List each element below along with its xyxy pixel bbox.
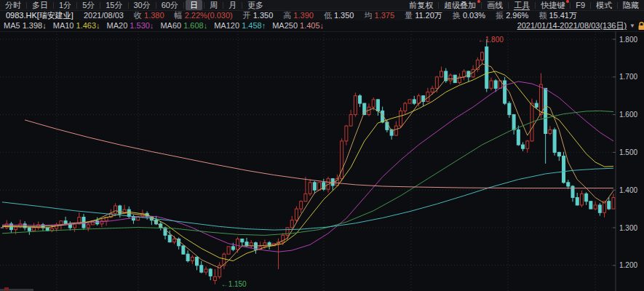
y-axis-label: 1.800 — [619, 36, 637, 44]
timeframe-toolbar: 分时多日1分5分15分30分60分日周月更多 — [0, 0, 269, 10]
candlestick-chart[interactable]: 1.8001.7001.6001.5001.4001.3001.200←1.80… — [0, 31, 644, 291]
menu-item-5[interactable]: 快捷键 — [536, 0, 570, 10]
timeframe-tab-11[interactable]: 更多 — [242, 0, 269, 10]
candlestick-chart-svg[interactable]: 1.8001.7001.6001.5001.4001.3001.200←1.80… — [0, 31, 644, 291]
timeframe-tab-2[interactable]: 多日 — [27, 0, 53, 10]
y-axis-label: 1.700 — [619, 73, 637, 81]
quote-field: 高 1.390 — [283, 11, 314, 20]
timeframe-tab-6[interactable]: 30分 — [129, 0, 156, 10]
ma-line-ma10 — [2, 71, 613, 261]
ma-legend-ma60: MA60 1.608↓ — [160, 20, 207, 31]
bottom-left-marker — [4, 287, 9, 290]
menu-item-1[interactable]: 前复权 — [404, 0, 438, 10]
quote-field: 低 1.350 — [324, 11, 354, 20]
y-axis-label: 1.400 — [619, 186, 637, 194]
menu-item-7[interactable]: 模式 — [591, 0, 617, 10]
date-range-selector[interactable]: 2021/01/14-2021/08/03(136日) ▼ — [517, 20, 644, 31]
quote-field: 量 11.20万 — [405, 11, 442, 20]
menu-item-2[interactable]: 超级叠加 — [439, 0, 481, 10]
stock-chart-app: 分时多日1分5分15分30分60分日周月更多 前复权超级叠加画线工具快捷键F9模… — [0, 0, 644, 291]
quote-field: 振 2.96% — [496, 11, 528, 20]
ma-legend-ma250: MA250 1.405↓ — [272, 20, 324, 31]
lock-icon — [637, 22, 644, 31]
y-axis-label: 1.300 — [619, 224, 637, 232]
ma-line-ma20 — [2, 81, 613, 252]
price-annotation: ←1.150 — [221, 280, 247, 288]
separator — [183, 2, 184, 9]
ma-line-ma5 — [2, 64, 613, 268]
menu-item-4[interactable]: 工具 — [509, 0, 535, 10]
quote-field: 额 15.41万 — [538, 11, 577, 20]
menu-item-8[interactable]: 隐藏 — [618, 0, 644, 10]
menu-item-6[interactable]: F9 — [571, 0, 590, 10]
ma-legend-ma20: MA20 1.530↓ — [107, 20, 154, 31]
ma-bar: MA5 1.398↓MA10 1.463↓MA20 1.530↓MA60 1.6… — [0, 20, 644, 32]
quote-field: 收 1.380 — [134, 11, 164, 20]
quote-field: 换 0.03% — [453, 11, 485, 20]
timeframe-tab-3[interactable]: 1分 — [54, 0, 76, 10]
ma-legend: MA5 1.398↓MA10 1.463↓MA20 1.530↓MA60 1.6… — [4, 20, 330, 31]
timeframe-tab-9[interactable]: 周 — [204, 0, 223, 10]
timeframe-tab-5[interactable]: 15分 — [100, 0, 127, 10]
quote-field: 均 1.375 — [364, 11, 394, 20]
notification-dot — [566, 0, 569, 3]
y-axis-label: 1.600 — [619, 111, 637, 119]
ma-legend-ma10: MA10 1.463↓ — [53, 20, 100, 31]
notification-dot — [477, 0, 480, 3]
ma-legend-ma5: MA5 1.398↓ — [4, 20, 47, 31]
y-axis-label: 1.200 — [619, 261, 637, 269]
timeframe-tab-10[interactable]: 月 — [223, 0, 242, 10]
candles — [1, 39, 615, 284]
quote-field: 幅 2.22%(0.030) — [175, 11, 233, 20]
quote-field: 开 1.350 — [243, 11, 274, 20]
timeframe-tab-8[interactable]: 日 — [186, 0, 202, 10]
chart-tools-menu: 前复权超级叠加画线工具快捷键F9模式隐藏 — [404, 0, 644, 10]
top-toolbar: 分时多日1分5分15分30分60分日周月更多 前复权超级叠加画线工具快捷键F9模… — [0, 0, 644, 11]
quote-date: 2021/08/03 — [84, 11, 124, 20]
chevron-down-icon[interactable]: ▼ — [629, 20, 635, 31]
ma-line-ma60 — [2, 111, 613, 235]
timeframe-tab-4[interactable]: 5分 — [77, 0, 100, 10]
date-range-label[interactable]: 2021/01/14-2021/08/03(136日) — [517, 20, 627, 31]
price-annotation: ←1.800 — [478, 36, 504, 44]
menu-item-3[interactable]: 画线 — [482, 0, 508, 10]
timeframe-tab-1[interactable]: 分时 — [0, 0, 26, 10]
quote-info-bar: 0983.HK[瑞安建业] 2021/08/03 收 1.380幅 2.22%(… — [0, 11, 644, 20]
timeframe-tab-7[interactable]: 60分 — [156, 0, 183, 10]
stock-symbol: 0983.HK[瑞安建业] — [6, 11, 73, 20]
ma-legend-ma120: MA120 1.458↑ — [214, 20, 266, 31]
y-axis-label: 1.500 — [619, 148, 637, 156]
